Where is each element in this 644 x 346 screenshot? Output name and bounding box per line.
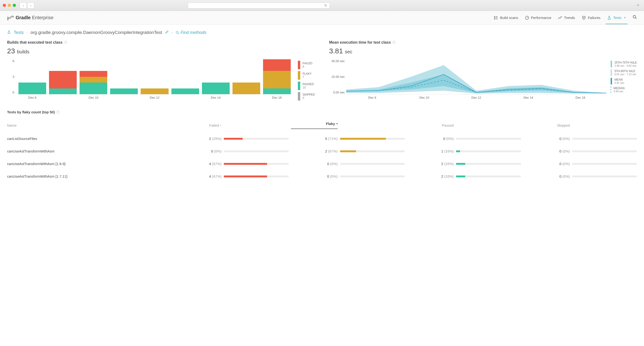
swatch-icon: [610, 69, 612, 76]
skipped-count: 0 (0%): [523, 162, 570, 166]
gradle-icon: [7, 15, 14, 21]
test-name: canUseAstTransformWithAsm [1.7.11]: [7, 174, 172, 178]
passed-count: 2 (33%): [407, 174, 454, 178]
th-failed[interactable]: Failed ▾: [175, 123, 222, 127]
time-area-chart: 30.00 sec15.00 sec0.00 sec Dec 8Dec 10De…: [329, 59, 606, 99]
flaky-bar: [340, 150, 405, 152]
time-chart-panel: Mean execution time for test class ? 3.8…: [329, 40, 637, 101]
sort-icon: ▾: [336, 122, 338, 125]
nav-label: Tests: [613, 16, 622, 20]
nav-performance[interactable]: Performance: [525, 11, 552, 24]
svg-line-11: [636, 18, 636, 19]
sort-icon: ▾: [220, 124, 222, 127]
legend-failed: FAILED6: [298, 61, 315, 69]
svg-point-2: [494, 17, 495, 18]
nav-label: Build scans: [500, 16, 518, 20]
legend-passed: PASSED10: [298, 82, 315, 90]
nav-label: Performance: [531, 16, 552, 20]
breadcrumb-tests-link[interactable]: Tests: [14, 30, 24, 35]
builds-count: 23 builds: [7, 47, 315, 55]
close-window-icon[interactable]: [3, 4, 6, 7]
svg-line-13: [178, 33, 179, 34]
table-row[interactable]: canListSourceFiles2 (29%)5 (71%)0 (0%)0 …: [7, 132, 637, 145]
search-icon[interactable]: [633, 15, 637, 20]
bar-column[interactable]: [263, 59, 291, 94]
swatch-icon: [298, 92, 300, 101]
nav-build-scans[interactable]: Build scans: [494, 11, 518, 24]
swatch-icon: [610, 61, 612, 67]
legend-flaky: FLAKY7: [298, 71, 315, 80]
svg-point-4: [494, 19, 495, 19]
url-bar[interactable]: [188, 2, 330, 9]
help-icon[interactable]: ?: [392, 41, 396, 44]
breadcrumb: Tests › org.gradle.groovy.compile.Daemon…: [0, 25, 644, 38]
th-name[interactable]: Name: [7, 123, 172, 127]
charts-row: Builds that executed test class ? 23 bui…: [7, 40, 637, 101]
th-flaky[interactable]: Flaky ▾: [291, 122, 338, 129]
skipped-count: 0 (0%): [523, 174, 570, 178]
nav-label: Trends: [564, 16, 575, 20]
gauge-icon: [525, 16, 529, 20]
list-icon: [494, 16, 498, 20]
nav-trends[interactable]: Trends: [558, 11, 575, 24]
flask-icon: [7, 30, 11, 35]
flaky-count: 2 (67%): [291, 149, 338, 153]
skipped-bar: [572, 138, 637, 140]
flaky-count: 5 (71%): [291, 137, 338, 141]
failed-bar: [224, 163, 288, 165]
bar-column[interactable]: [202, 59, 230, 94]
trends-icon: [558, 16, 562, 20]
find-methods-link[interactable]: Find methods: [176, 30, 206, 35]
tests-table: Name Failed ▾ Flaky ▾ Passed Skipped can…: [7, 118, 637, 183]
swatch-icon: [298, 82, 300, 90]
passed-count: 1 (33%): [407, 149, 454, 153]
th-skipped[interactable]: Skipped: [523, 123, 570, 127]
failed-count: 4 (67%): [175, 174, 222, 178]
table-row[interactable]: canUseAstTransformWithAsm [1.7.11]4 (67%…: [7, 170, 637, 183]
help-icon[interactable]: ?: [64, 41, 67, 44]
failed-bar: [224, 138, 288, 140]
nav-tests[interactable]: Tests ✦: [607, 11, 626, 24]
sparkle-icon: ✦: [624, 16, 626, 19]
bar-column[interactable]: [49, 59, 77, 94]
bar-column[interactable]: [18, 59, 46, 94]
skipped-bar: [572, 176, 637, 178]
minimize-window-icon[interactable]: [8, 4, 11, 7]
time-legend: 25TH-75TH %ILE2.48 sec - 4.62 sec 5TH-95…: [610, 61, 637, 99]
bar-column[interactable]: [110, 59, 138, 94]
bar-column[interactable]: [80, 59, 107, 94]
nav-links: Build scans Performance Trends Failures …: [494, 11, 637, 24]
maximize-window-icon[interactable]: [13, 4, 16, 7]
builds-legend: FAILED6 FLAKY7 PASSED10 SKIPPED0: [298, 61, 315, 101]
back-button[interactable]: ‹: [20, 2, 27, 9]
window-controls: [3, 4, 16, 7]
skipped-bar: [572, 163, 637, 165]
swatch-icon: [610, 78, 612, 84]
table-row[interactable]: canUseAstTransformWithAsm [1.6.9]4 (67%)…: [7, 157, 637, 170]
table-row[interactable]: canUseAstTransformWithAsm0 (0%)2 (67%)1 …: [7, 145, 637, 157]
legend-skipped: SKIPPED0: [298, 92, 315, 101]
passed-bar: [456, 138, 521, 140]
test-name: canListSourceFiles: [7, 137, 172, 141]
logo[interactable]: Gradle Enterprise: [7, 15, 54, 21]
bar-column[interactable]: [141, 59, 168, 94]
th-passed[interactable]: Passed: [407, 123, 454, 127]
forward-button[interactable]: ›: [27, 2, 34, 9]
passed-bar: [456, 163, 521, 165]
flaky-bar: [340, 163, 405, 165]
new-tab-button[interactable]: +: [635, 2, 641, 9]
failed-bar: [224, 150, 288, 152]
passed-bar: [456, 176, 521, 178]
nav-failures[interactable]: Failures: [582, 11, 600, 24]
legend-p0595: 5TH-95TH %ILE0.01 sec - 7.22 sec: [610, 69, 637, 76]
mean-time: 3.81 sec: [329, 47, 637, 55]
flaky-count: 0 (0%): [291, 174, 338, 178]
skipped-count: 0 (0%): [523, 137, 570, 141]
svg-point-0: [494, 16, 495, 17]
edit-icon[interactable]: [165, 30, 169, 35]
swatch-icon: [298, 71, 300, 80]
failed-count: 2 (29%): [175, 137, 222, 141]
bar-column[interactable]: [172, 59, 199, 94]
bar-column[interactable]: [232, 59, 260, 94]
help-icon[interactable]: ?: [56, 110, 60, 114]
